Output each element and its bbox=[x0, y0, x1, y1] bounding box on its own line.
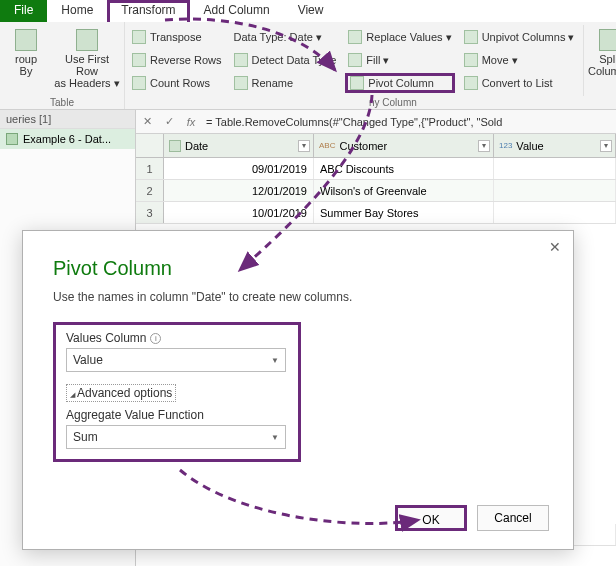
col-filter-icon[interactable]: ▾ bbox=[298, 140, 310, 152]
text-type-icon: ABC bbox=[319, 141, 335, 150]
dialog-title: Pivot Column bbox=[53, 257, 543, 280]
replace-icon bbox=[348, 30, 362, 44]
chevron-down-icon: ▼ bbox=[271, 433, 279, 442]
table-row[interactable]: 212/01/2019Wilson's of Greenvale bbox=[136, 180, 616, 202]
queries-header: ueries [1] bbox=[0, 110, 135, 129]
date-type-icon bbox=[169, 140, 181, 152]
fx-accept-icon[interactable]: ✓ bbox=[158, 115, 180, 128]
pivot-icon bbox=[350, 76, 364, 90]
cancel-button[interactable]: Cancel bbox=[477, 505, 549, 531]
grid-header: Date▾ ABCCustomer▾ 123Value▾ bbox=[136, 134, 616, 158]
aggregate-label: Aggregate Value Function bbox=[66, 408, 288, 422]
rename-icon bbox=[234, 76, 248, 90]
table-icon bbox=[6, 133, 18, 145]
tab-view[interactable]: View bbox=[284, 0, 338, 22]
col-header-date[interactable]: Date▾ bbox=[164, 134, 314, 157]
detect-icon bbox=[234, 53, 248, 67]
reverse-icon bbox=[132, 53, 146, 67]
col-header-customer[interactable]: ABCCustomer▾ bbox=[314, 134, 494, 157]
number-type-icon: 123 bbox=[499, 141, 512, 150]
grid-corner[interactable] bbox=[136, 134, 164, 157]
tab-file[interactable]: File bbox=[0, 0, 47, 22]
group-by-button[interactable]: roup By bbox=[4, 25, 48, 96]
fx-icon: fx bbox=[180, 116, 202, 128]
formula-bar: ✕ ✓ fx = Table.RemoveColumns(#"Changed T… bbox=[136, 110, 616, 134]
dialog-close-button[interactable]: ✕ bbox=[549, 239, 561, 255]
detect-type-button[interactable]: Detect Data Type bbox=[231, 50, 340, 70]
values-column-select[interactable]: Value▼ bbox=[66, 348, 286, 372]
ribbon-body: roup By Use First Row as Headers ▾ Table… bbox=[0, 22, 616, 110]
formula-text[interactable]: = Table.RemoveColumns(#"Changed Type",{"… bbox=[202, 116, 502, 128]
split-icon bbox=[599, 29, 616, 51]
count-rows-button[interactable]: Count Rows bbox=[129, 73, 225, 93]
fill-button[interactable]: Fill ▾ bbox=[345, 50, 454, 70]
tab-home[interactable]: Home bbox=[47, 0, 107, 22]
dialog-footer: OK Cancel bbox=[395, 505, 549, 531]
replace-values-button[interactable]: Replace Values ▾ bbox=[345, 27, 454, 47]
col-header-value[interactable]: 123Value▾ bbox=[494, 134, 616, 157]
table-row[interactable]: 310/01/2019Summer Bay Stores bbox=[136, 202, 616, 224]
query-item[interactable]: Example 6 - Dat... bbox=[0, 129, 135, 149]
pivot-column-dialog: ✕ Pivot Column Use the names in column "… bbox=[22, 230, 574, 550]
col-filter-icon[interactable]: ▾ bbox=[600, 140, 612, 152]
aggregate-function-select[interactable]: Sum▼ bbox=[66, 425, 286, 449]
convert-icon bbox=[464, 76, 478, 90]
unpivot-icon bbox=[464, 30, 478, 44]
headers-icon bbox=[76, 29, 98, 51]
dialog-subtitle: Use the names in column "Date" to create… bbox=[53, 290, 543, 304]
fill-icon bbox=[348, 53, 362, 67]
col-filter-icon[interactable]: ▾ bbox=[478, 140, 490, 152]
table-row[interactable]: 109/01/2019ABC Discounts bbox=[136, 158, 616, 180]
advanced-options-toggle[interactable]: Advanced options bbox=[66, 384, 176, 402]
group-label-table: Table bbox=[4, 96, 120, 108]
transpose-button[interactable]: Transpose bbox=[129, 27, 225, 47]
pivot-column-button[interactable]: Pivot Column bbox=[345, 73, 454, 93]
dialog-form-highlight: Values Columni Value▼ Advanced options A… bbox=[53, 322, 301, 462]
fx-cancel-icon[interactable]: ✕ bbox=[136, 115, 158, 128]
ok-button[interactable]: OK bbox=[395, 505, 467, 531]
tab-transform[interactable]: Transform bbox=[107, 0, 189, 22]
reverse-rows-button[interactable]: Reverse Rows bbox=[129, 50, 225, 70]
tab-add-column[interactable]: Add Column bbox=[190, 0, 284, 22]
values-column-label: Values Columni bbox=[66, 331, 288, 345]
count-icon bbox=[132, 76, 146, 90]
info-icon[interactable]: i bbox=[150, 333, 161, 344]
rename-button[interactable]: Rename bbox=[231, 73, 340, 93]
group-by-icon bbox=[15, 29, 37, 51]
group-label-any-column: ny Column bbox=[129, 96, 616, 108]
transpose-icon bbox=[132, 30, 146, 44]
unpivot-button[interactable]: Unpivot Columns ▾ bbox=[461, 27, 578, 47]
split-column-button[interactable]: Split Column▾ bbox=[583, 25, 616, 96]
move-icon bbox=[464, 53, 478, 67]
move-button[interactable]: Move ▾ bbox=[461, 50, 578, 70]
chevron-down-icon: ▼ bbox=[271, 356, 279, 365]
use-first-row-button[interactable]: Use First Row as Headers ▾ bbox=[54, 25, 120, 96]
data-type-button[interactable]: Data Type: Date ▾ bbox=[231, 27, 340, 47]
convert-list-button[interactable]: Convert to List bbox=[461, 73, 578, 93]
ribbon-tabs: File Home Transform Add Column View bbox=[0, 0, 616, 22]
